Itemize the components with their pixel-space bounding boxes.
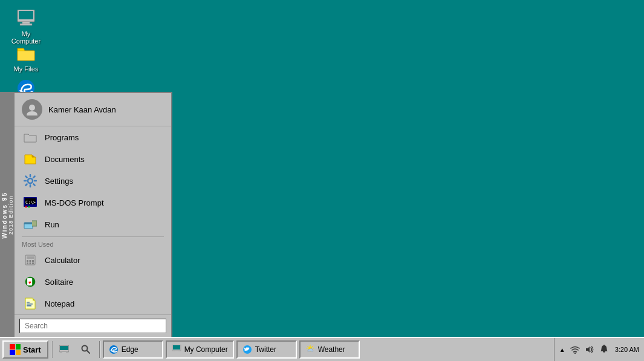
tray-chevron[interactable]: ▲ — [559, 346, 565, 353]
search-box-container — [15, 314, 171, 337]
tray-volume-icon[interactable] — [584, 343, 596, 356]
menu-item-run[interactable]: Run — [15, 213, 171, 235]
taskbar: Start — [0, 337, 644, 361]
settings-icon — [22, 174, 39, 187]
taskbar-twitter-label: Twitter — [255, 345, 276, 354]
taskbar-separator-2 — [99, 341, 100, 358]
svg-rect-17 — [27, 260, 28, 262]
svg-rect-18 — [30, 260, 31, 262]
desktop: My Computer My Files Edge 2018 Edition W… — [0, 0, 644, 361]
svg-point-35 — [109, 345, 118, 354]
my-files-label: My Files — [14, 65, 39, 73]
taskbar-mycomputer-label: My Computer — [184, 345, 228, 354]
taskbar-app-mycomputer[interactable]: My Computer — [166, 340, 234, 359]
desktop-icon-my-files[interactable]: My Files — [5, 41, 47, 75]
msdos-icon: C:\> — [22, 196, 39, 209]
menu-item-programs[interactable]: Programs — [15, 126, 171, 148]
start-logo — [10, 344, 21, 355]
taskbar-twitter-icon — [242, 345, 252, 354]
quick-launch-show-desktop[interactable] — [55, 340, 76, 359]
start-menu: 2018 Edition Windows 95 Kamer Kaan Avdan — [0, 92, 172, 337]
taskbar-mycomputer-icon — [172, 345, 181, 354]
svg-rect-14 — [24, 223, 33, 224]
search-input[interactable] — [19, 319, 166, 333]
svg-rect-30 — [60, 346, 68, 350]
start-menu-content: Kamer Kaan Avdan Programs Do — [15, 93, 171, 337]
calculator-label: Calculator — [45, 256, 80, 265]
my-files-icon — [16, 44, 36, 63]
run-label: Run — [45, 220, 59, 229]
svg-point-6 — [28, 178, 33, 183]
svg-rect-16 — [27, 256, 34, 259]
svg-rect-21 — [30, 262, 31, 264]
menu-item-msdos[interactable]: C:\> MS-DOS Prompt — [15, 192, 171, 213]
most-used-label: Most Used — [15, 238, 171, 249]
taskbar-edge-icon — [109, 345, 119, 354]
taskbar-weather-icon — [305, 345, 315, 354]
taskbar-app-twitter[interactable]: Twitter — [236, 340, 297, 359]
tray-bell-icon[interactable] — [598, 343, 610, 356]
menu-item-settings[interactable]: Settings — [15, 170, 171, 192]
svg-rect-3 — [20, 24, 32, 25]
start-menu-sidebar: 2018 Edition Windows 95 — [1, 93, 15, 337]
svg-point-5 — [29, 105, 35, 111]
msdos-label: MS-DOS Prompt — [45, 198, 104, 207]
documents-icon — [22, 152, 39, 166]
svg-point-12 — [28, 206, 30, 208]
start-button[interactable]: Start — [2, 340, 48, 359]
tray-time: 3:20 AM — [615, 346, 639, 353]
solitaire-label: Solitaire — [45, 278, 73, 287]
run-icon — [22, 218, 39, 231]
taskbar-weather-label: Weather — [318, 345, 345, 354]
solitaire-icon: ♥ — [22, 275, 39, 288]
menu-divider — [22, 236, 164, 237]
programs-icon — [22, 131, 39, 144]
svg-rect-31 — [62, 352, 66, 353]
svg-rect-32 — [61, 353, 67, 354]
edition-label: 2018 Edition — [8, 195, 15, 235]
svg-point-42 — [574, 353, 575, 354]
svg-rect-22 — [32, 262, 34, 264]
svg-line-34 — [86, 351, 89, 354]
win95-label: Windows 95 — [2, 192, 8, 239]
calculator-icon — [22, 253, 39, 267]
taskbar-edge-label: Edge — [122, 345, 138, 354]
settings-label: Settings — [45, 177, 73, 186]
svg-rect-26 — [27, 302, 30, 303]
show-desktop-icon — [59, 344, 70, 355]
system-tray: ▲ — [554, 338, 644, 361]
menu-item-solitaire[interactable]: ♥ Solitaire — [15, 271, 171, 293]
search-icon — [80, 344, 91, 355]
svg-rect-1 — [19, 11, 33, 19]
documents-label: Documents — [45, 155, 85, 164]
svg-rect-20 — [27, 262, 28, 264]
user-header: Kamer Kaan Avdan — [15, 93, 171, 126]
user-name: Kamer Kaan Avdan — [48, 105, 116, 114]
programs-label: Programs — [45, 133, 79, 142]
svg-rect-19 — [32, 260, 34, 262]
my-computer-icon — [16, 8, 36, 28]
svg-point-11 — [25, 206, 27, 208]
start-label: Start — [23, 345, 41, 354]
notepad-icon — [22, 297, 39, 310]
svg-rect-37 — [173, 345, 180, 350]
svg-rect-2 — [22, 22, 30, 24]
svg-text:♥: ♥ — [28, 280, 31, 285]
svg-rect-28 — [27, 305, 31, 307]
svg-rect-10 — [34, 203, 35, 203]
notepad-label: Notepad — [45, 299, 74, 308]
svg-rect-38 — [175, 351, 178, 352]
tray-wifi-icon[interactable] — [569, 343, 581, 356]
user-avatar — [22, 99, 42, 120]
quick-launch-search[interactable] — [77, 340, 97, 359]
menu-item-calculator[interactable]: Calculator — [15, 249, 171, 271]
taskbar-app-weather[interactable]: Weather — [299, 340, 360, 359]
taskbar-separator-1 — [52, 341, 53, 358]
taskbar-app-edge[interactable]: Edge — [103, 340, 163, 359]
svg-rect-27 — [27, 304, 33, 305]
menu-item-documents[interactable]: Documents — [15, 148, 171, 170]
menu-item-notepad[interactable]: Notepad — [15, 293, 171, 314]
svg-rect-39 — [174, 352, 180, 353]
